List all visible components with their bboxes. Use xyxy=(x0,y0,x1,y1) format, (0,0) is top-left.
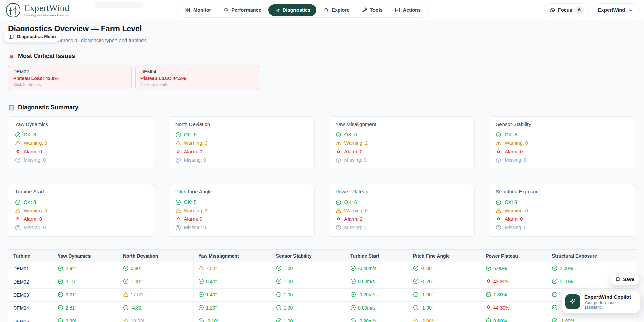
diagnostics-menu-button[interactable]: Diagnostics Menu xyxy=(3,31,61,42)
cell-text: 1.00 xyxy=(284,266,293,271)
stat-label: Alarm: 2 xyxy=(344,215,363,223)
stat-label: Missing: 0 xyxy=(24,156,46,164)
ok-status-icon xyxy=(58,305,63,311)
cell-text: 2.81° xyxy=(66,305,77,311)
stat-ok: OK: 8 xyxy=(15,131,148,139)
ok-status-icon xyxy=(123,278,129,284)
status-value: -1.90% xyxy=(552,318,574,322)
nav-item-performance[interactable]: Performance xyxy=(218,4,266,16)
stat-warning: Warning: 0 xyxy=(336,207,468,215)
stat-label: Warning: 0 xyxy=(505,139,528,147)
nav-item-actions[interactable]: Actions xyxy=(390,4,426,16)
brand-name: ExpertWind xyxy=(24,4,69,13)
top-navigation-bar: ExpertWind Unlocking Your Wind Assets Pr… xyxy=(0,0,644,20)
check-square-icon xyxy=(395,7,400,13)
alarm-status-icon xyxy=(486,278,491,284)
stat-missing: Missing: 0 xyxy=(15,223,148,232)
status-value: 0.00m/s xyxy=(350,278,375,284)
ok-status-icon xyxy=(413,305,419,311)
stat-label: Alarm: 0 xyxy=(184,147,202,156)
stat-ok: OK: 6 xyxy=(336,198,468,207)
stat-label: Missing: 0 xyxy=(24,223,46,232)
critical-card-dem04[interactable]: DEM04 Plateau Loss: 44.3% Click for deta… xyxy=(135,65,259,90)
table-row-dem03[interactable]: DEM03 3.01°17.00° 1.40°1.00 -0.20m/s-1.0… xyxy=(8,289,636,302)
cell-text: 1.00 xyxy=(284,279,293,284)
ok-status-icon xyxy=(350,278,356,284)
summary-card-title: Pitch Fine Angle xyxy=(175,189,308,194)
turbine-name: DEM02 xyxy=(8,275,53,289)
stat-label: Warning: 3 xyxy=(184,139,208,147)
brand-tagline: Unlocking Your Wind Assets Production xyxy=(24,14,69,17)
nav-item-monitor[interactable]: Monitor xyxy=(180,4,216,16)
stat-alarm: Alarm: 0 xyxy=(15,215,148,223)
cell-text: -0.20m/s xyxy=(358,318,376,322)
stat-missing: Missing: 0 xyxy=(496,156,628,164)
copilot-avatar xyxy=(565,294,580,309)
stat-missing: Missing: 0 xyxy=(175,156,308,164)
stat-label: Alarm: 0 xyxy=(184,215,202,223)
summary-card-yaw-dynamics[interactable]: Yaw Dynamics OK: 8 Warning: 0 Alarm: 0 M… xyxy=(8,116,154,169)
nav-item-tools[interactable]: Tools xyxy=(357,4,388,16)
nav-item-diagnostics[interactable]: Diagnostics xyxy=(268,4,316,16)
account-dropdown[interactable]: ExpertWind xyxy=(593,3,639,17)
status-value: 2.94° xyxy=(58,265,77,271)
warning-status-icon xyxy=(198,265,204,271)
focus-button[interactable]: Focus 6 xyxy=(544,3,589,17)
stat-label: Missing: 0 xyxy=(184,156,206,164)
stat-label: Alarm: 0 xyxy=(505,215,523,223)
cell-text: 0.10% xyxy=(560,279,573,284)
table-row-dem02[interactable]: DEM02 3.15°1.00° 0.40°1.00 0.00m/s-1.20°… xyxy=(8,275,636,289)
status-value: -0.40m/s xyxy=(350,265,376,271)
ok-status-icon xyxy=(58,278,63,284)
stat-missing: Missing: 0 xyxy=(15,156,148,164)
stat-label: Alarm: 0 xyxy=(505,147,523,156)
turbine-name: DEM05 xyxy=(8,315,53,322)
status-value: -2.10° xyxy=(198,318,219,322)
ok-status-icon xyxy=(276,318,282,322)
alarm-status-icon xyxy=(486,305,491,311)
status-value: 2.81° xyxy=(58,305,77,311)
ok-status-icon xyxy=(336,132,341,138)
wind-turbine-logo-icon xyxy=(5,2,21,18)
summary-card-pitch-fine-angle[interactable]: Pitch Fine Angle OK: 5 Warning: 3 Alarm:… xyxy=(169,184,315,237)
critical-card-dem02[interactable]: DEM02 Plateau Loss: 42.9% Click for deta… xyxy=(8,65,132,90)
stat-alarm: Alarm: 0 xyxy=(175,147,308,156)
ok-status-icon xyxy=(15,199,21,205)
status-value: 1.00° xyxy=(123,278,142,284)
summary-card-title: Structural Exposure xyxy=(496,189,628,194)
summary-card-yaw-misalignment[interactable]: Yaw Misalignment OK: 6 Warning: 2 Alarm:… xyxy=(329,116,475,169)
stat-missing: Missing: 0 xyxy=(336,156,468,164)
stat-label: Missing: 0 xyxy=(505,156,526,164)
ok-status-icon xyxy=(350,318,356,322)
stat-label: Warning: 0 xyxy=(344,207,368,215)
table-row-dem01[interactable]: DEM01 2.94°0.80° 7.00°1.00 -0.40m/s-1.00… xyxy=(8,262,636,275)
summary-card-power-plateau[interactable]: Power Plateau OK: 6 Warning: 0 Alarm: 2 … xyxy=(329,184,475,237)
summary-card-sensor-stability[interactable]: Sensor Stability OK: 8 Warning: 0 Alarm:… xyxy=(489,116,635,169)
cell-text: -2.10° xyxy=(206,318,219,322)
stat-alarm: Alarm: 0 xyxy=(336,147,468,156)
warning-status-icon xyxy=(15,140,21,146)
save-button[interactable]: Save xyxy=(610,274,639,285)
faded-placeholder xyxy=(95,2,143,8)
warning-status-icon xyxy=(123,292,129,297)
cell-text: 2.00% xyxy=(560,266,573,271)
copilot-widget[interactable]: ExpertWind Copilot Your performance assi… xyxy=(562,291,640,313)
table-row-dem04[interactable]: DEM04 2.81°-4.30° 1.20°1.00 0.00m/s-1.00… xyxy=(8,302,636,315)
status-value: 17.00° xyxy=(123,292,145,297)
summary-card-title: Yaw Dynamics xyxy=(15,121,148,127)
warning-status-icon xyxy=(336,140,341,146)
table-row-dem05[interactable]: DEM05 3.39°19.30° -2.10°1.00 -0.20m/s-2.… xyxy=(8,315,636,322)
ok-status-icon xyxy=(350,305,356,311)
warning-status-icon xyxy=(496,140,501,146)
status-value: 0.60% xyxy=(486,318,507,322)
cell-text: 1.40° xyxy=(206,292,217,297)
warning-status-icon xyxy=(175,140,181,146)
ok-status-icon xyxy=(486,265,491,271)
nav-item-explore[interactable]: Explore xyxy=(318,4,355,16)
summary-card-north-deviation[interactable]: North Deviation OK: 5 Warning: 3 Alarm: … xyxy=(169,116,315,169)
summary-card-turbine-start[interactable]: Turbine Start OK: 8 Warning: 0 Alarm: 0 … xyxy=(8,184,154,237)
summary-card-structural-exposure[interactable]: Structural Exposure OK: 8 Warning: 0 Ala… xyxy=(489,184,635,237)
brand-logo[interactable]: ExpertWind Unlocking Your Wind Assets Pr… xyxy=(5,2,69,18)
ok-status-icon xyxy=(350,265,356,271)
nav-label: Performance xyxy=(231,7,261,13)
